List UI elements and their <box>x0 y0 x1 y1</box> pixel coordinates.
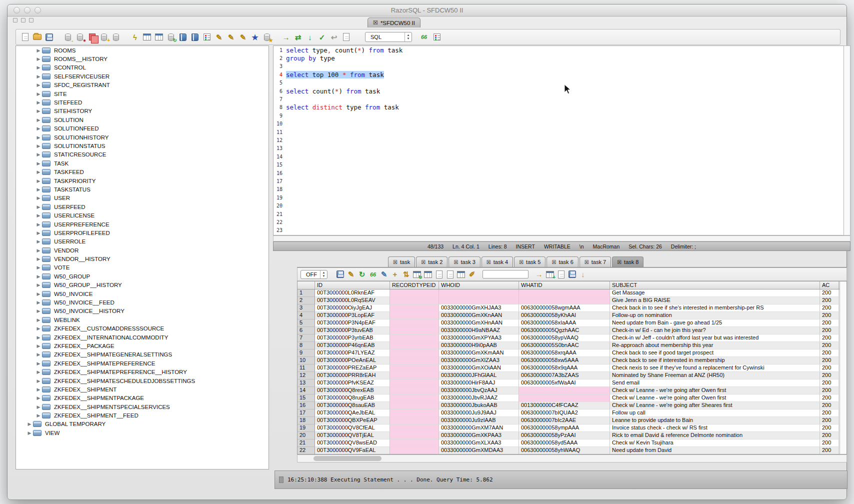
tree-item[interactable]: ▶SCONTROL <box>16 64 268 72</box>
close-tab-icon[interactable]: ☒ <box>552 260 556 265</box>
expand-arrow-icon[interactable]: ▶ <box>35 292 42 296</box>
refresh-results-icon[interactable]: ↻ <box>358 270 366 279</box>
expand-arrow-icon[interactable]: ▶ <box>35 274 42 279</box>
tree-item[interactable]: ▶W50_GROUP__HISTORY <box>16 281 268 290</box>
execute-fetch-icon[interactable]: ↓ <box>305 32 315 42</box>
copy-results-icon[interactable] <box>446 270 454 279</box>
expand-arrow-icon[interactable]: ▶ <box>35 265 42 270</box>
tree-item[interactable]: ▶VOTE <box>16 264 268 272</box>
expand-arrow-icon[interactable]: ▶ <box>35 326 42 331</box>
expand-arrow-icon[interactable]: ▶ <box>35 370 42 374</box>
execute-icon[interactable]: → <box>281 32 291 42</box>
expand-arrow-icon[interactable]: ▶ <box>35 178 42 184</box>
refresh-table-icon[interactable]: ↻ <box>166 32 176 42</box>
table-row[interactable]: 1100T3000000PREZaEAP0033000000GmXOiAAN00… <box>298 364 840 372</box>
edit-table-icon[interactable] <box>154 32 164 42</box>
scrollbar-thumb[interactable] <box>314 456 382 461</box>
expand-arrow-icon[interactable]: ▶ <box>35 100 42 105</box>
expand-arrow-icon[interactable]: ▶ <box>35 213 42 218</box>
table-row[interactable]: 300T3000000OiyJgEAJ0033000000GmXHJAA3006… <box>298 304 840 312</box>
tree-item[interactable]: ▶ROOMS <box>16 46 268 54</box>
save-results-icon[interactable] <box>336 270 344 279</box>
brush-icon[interactable]: ✐ <box>468 270 476 279</box>
tree-item[interactable]: ▶ZKFEDEX__SHIPMENTSPECIALSERVICES <box>16 402 268 411</box>
row-limit-select[interactable]: OFF ▲▼ <box>300 270 328 279</box>
tree-item[interactable]: ▶USERFEED <box>16 202 268 211</box>
expand-arrow-icon[interactable]: ▶ <box>35 387 42 392</box>
database-docs-icon[interactable] <box>190 32 200 42</box>
tree-item[interactable]: ▶GLOBAL TEMPORARY <box>16 420 268 428</box>
tree-item[interactable]: ▶ZKFEDEX__SHIPMATEPREFERENCE__HISTORY <box>16 368 268 376</box>
column-header[interactable]: WHATID <box>519 282 610 289</box>
expand-arrow-icon[interactable]: ▶ <box>35 396 42 400</box>
close-tab-icon[interactable]: ☒ <box>373 20 378 26</box>
tree-item[interactable]: ▶TASKPRIORITY <box>16 176 268 185</box>
tree-item[interactable]: ▶SELFSERVICEUSER <box>16 72 268 80</box>
tree-item[interactable]: ▶USERLICENSE <box>16 211 268 220</box>
expand-arrow-icon[interactable]: ▶ <box>35 230 42 236</box>
result-tab[interactable]: ☒task 2 <box>416 256 448 267</box>
result-tab[interactable]: ☒task 3 <box>448 256 480 267</box>
close-tab-icon[interactable]: ☒ <box>454 260 458 265</box>
expand-arrow-icon[interactable]: ▶ <box>35 308 42 314</box>
expand-arrow-icon[interactable]: ▶ <box>35 335 42 340</box>
tree-item[interactable]: ▶SFDC_REGISTRANT <box>16 81 268 90</box>
table-row[interactable]: 1600T3000000Q8sauEAB0033000000JbukoAAB00… <box>298 402 840 410</box>
import-data-icon[interactable]: → <box>63 32 73 42</box>
column-header[interactable]: RECORDTYPEID <box>390 282 439 289</box>
tree-item[interactable]: ▶SITE <box>16 90 268 98</box>
tree-item[interactable]: ▶ZKFEDEX__SHIPMENT <box>16 385 268 394</box>
table-row[interactable]: 800T3000000P46qnEAB0033000000H9i0pAAB006… <box>298 342 840 350</box>
close-tab-icon[interactable]: ☒ <box>393 260 398 265</box>
close-tab-icon[interactable]: ☒ <box>584 260 589 265</box>
tree-item[interactable]: ▶VENDOR <box>16 246 268 254</box>
expand-arrow-icon[interactable]: ▶ <box>35 352 42 357</box>
tree-item[interactable]: ▶SOLUTIONFEED <box>16 124 268 133</box>
edit-record-icon[interactable]: ✎ <box>380 270 388 279</box>
tree-item[interactable]: ▶ZKFEDEX__SHIPMENT__FEED <box>16 411 268 420</box>
editor-horizontal-scrollbar[interactable] <box>273 236 850 242</box>
database-browser-icon[interactable] <box>178 32 188 42</box>
expand-arrow-icon[interactable]: ▶ <box>35 170 42 174</box>
tree-item[interactable]: ▶ZKFEDEX__SHIPMATEPREFERENCE <box>16 359 268 368</box>
expand-arrow-icon[interactable]: ▶ <box>35 239 42 244</box>
select-stepper-icon[interactable]: ▲▼ <box>404 32 412 42</box>
table-row[interactable]: 1400T3000000Q8rexEAB0033000000JbvQzAAJCh… <box>298 387 840 394</box>
close-tab-icon[interactable]: ☒ <box>421 260 426 265</box>
export-table-icon[interactable]: + <box>546 270 554 279</box>
table-row[interactable]: 1900T3000000QV8CfEAL0033000000GmXM7AAN00… <box>298 424 840 432</box>
tree-item[interactable]: ▶VIEW <box>16 428 268 437</box>
expand-arrow-icon[interactable]: ▶ <box>35 48 42 53</box>
expand-arrow-icon[interactable]: ▶ <box>26 430 33 436</box>
describe-table-icon[interactable] <box>142 32 152 42</box>
edit-script-icon[interactable] <box>556 270 566 279</box>
table-row[interactable]: 500T3000000P3N4pEAF0033000000GmXHnAAN006… <box>298 320 840 327</box>
tree-item[interactable]: ▶SOLUTION <box>16 116 268 124</box>
expand-arrow-icon[interactable]: ▶ <box>35 126 42 131</box>
favorites-star-icon[interactable]: ★ <box>250 32 260 42</box>
results-vertical-scrollbar[interactable] <box>840 282 846 454</box>
tree-item[interactable]: ▶USERPREFERENCE <box>16 220 268 228</box>
insert-record-icon[interactable]: + <box>99 32 109 42</box>
compare-results-icon[interactable]: 66 <box>419 32 429 42</box>
expand-arrow-icon[interactable]: ▶ <box>35 256 42 262</box>
tree-item[interactable]: ▶SOLUTIONSTATUS <box>16 142 268 150</box>
column-header[interactable]: WHOID <box>439 282 519 289</box>
execute-lightning-icon[interactable]: ϟ <box>130 32 140 42</box>
expand-arrow-icon[interactable]: ▶ <box>35 196 42 200</box>
result-tab[interactable]: ☒task 7 <box>580 256 611 267</box>
tree-item[interactable]: ▶W50_INVOICE__HISTORY <box>16 307 268 316</box>
tree-item[interactable]: ▶ZKFEDEX__SHIPMENTPACKAGE <box>16 394 268 402</box>
table-row[interactable]: 1200T3000000PRR8rEAH0033000000JFhGlAAL00… <box>298 372 840 380</box>
delete-record-icon[interactable] <box>87 32 97 42</box>
table-row[interactable]: 400T3000000P3LopEAF0033000000GmXKnAAN006… <box>298 312 840 320</box>
expand-arrow-icon[interactable]: ▶ <box>35 187 42 192</box>
table-search-icon[interactable]: ★ <box>262 32 272 42</box>
result-tab[interactable]: ☒task 6 <box>546 256 578 267</box>
result-tab[interactable]: ☒task 5 <box>514 256 546 267</box>
tree-item[interactable]: ▶W50_INVOICE__FEED <box>16 298 268 306</box>
database-object-tree[interactable]: ▶ROOMS▶ROOMS__HISTORY▶SCONTROL▶SELFSERVI… <box>16 46 269 470</box>
view-record-icon[interactable]: 66 <box>368 270 378 279</box>
tree-item[interactable]: ▶ZKFEDEX__INTERNATIONALCOMMODITY <box>16 333 268 342</box>
tree-item[interactable]: ▶SOLUTIONHISTORY <box>16 133 268 142</box>
